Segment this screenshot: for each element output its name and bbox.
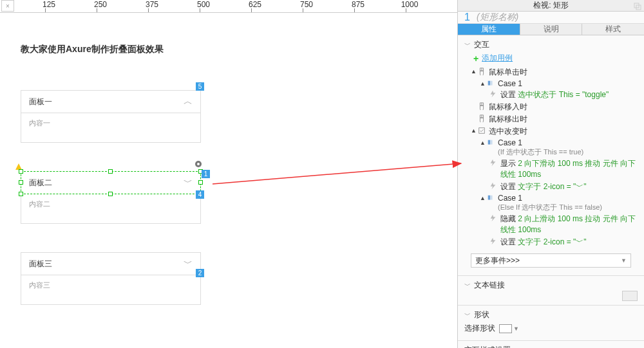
- bolt-icon: [489, 237, 498, 245]
- event-selected-change[interactable]: ▲ 选中改变时: [471, 125, 638, 138]
- svg-point-2: [197, 163, 200, 165]
- chevron-down-icon: ﹀: [184, 258, 193, 270]
- selection-handle[interactable]: [198, 180, 203, 185]
- widget-name-field[interactable]: 1 (矩形名称): [458, 12, 644, 24]
- plus-icon: +: [473, 53, 478, 64]
- case-icon: [486, 139, 495, 147]
- chevron-up-icon: ︿: [184, 96, 193, 107]
- accordion-panel-3[interactable]: 面板三 ﹀ 内容三: [21, 252, 201, 305]
- footnote-badge-5: 5: [196, 82, 204, 91]
- ruler-tick: 875: [348, 0, 368, 9]
- panel-1-body[interactable]: 内容一: [21, 113, 201, 143]
- ruler-tick: 500: [194, 0, 213, 9]
- footnote-badge-4: 4: [196, 190, 204, 199]
- footnote-badge-2: 2: [196, 269, 204, 277]
- section-shape-header[interactable]: ﹀形状: [464, 309, 638, 320]
- selection-handle[interactable]: [19, 180, 23, 185]
- inspector-panel: 检视: 矩形 1 (矩形名称) 属性 说明 样式 ﹀交互 + 添加用例 ▲ 鼠标…: [457, 0, 644, 348]
- ruler-tick: 250: [91, 0, 110, 9]
- panel-2-header-selected[interactable]: 面板二 ﹀: [21, 171, 201, 194]
- color-swatch[interactable]: [622, 291, 638, 301]
- bolt-icon: [489, 182, 498, 190]
- dropdown-icon: ▼: [513, 325, 519, 332]
- section-ix-style-header[interactable]: 交互样式设置: [464, 345, 638, 348]
- svg-rect-11: [488, 140, 490, 145]
- selection-handle[interactable]: [108, 169, 113, 174]
- svg-rect-10: [479, 128, 485, 134]
- panel-1-title: 面板一: [29, 96, 52, 107]
- svg-marker-17: [491, 215, 496, 221]
- accordion-panel-1[interactable]: 面板一 ︿ 内容一: [21, 90, 201, 143]
- case-icon: [486, 194, 495, 202]
- select-shape-row[interactable]: 选择形状 ▼: [464, 320, 638, 336]
- selection-handle[interactable]: [19, 192, 23, 196]
- selection-handle[interactable]: [108, 192, 113, 196]
- inspector-tabs: 属性 说明 样式: [458, 24, 644, 35]
- panel-2-title: 面板二: [29, 178, 52, 188]
- add-case-link[interactable]: + 添加用例: [464, 50, 638, 65]
- canvas-tab-close[interactable]: ×: [1, 0, 14, 12]
- case-node[interactable]: ▲ Case 1: [471, 78, 638, 89]
- accordion-panel-2[interactable]: 面板二 ﹀ 内容二: [21, 171, 201, 224]
- case-node[interactable]: ▲ Case 1(If 选中状态于 This == true): [471, 138, 638, 158]
- copy-icon[interactable]: [634, 3, 641, 10]
- svg-rect-15: [488, 196, 490, 200]
- mouse-icon: [477, 102, 486, 110]
- panel-3-title: 面板三: [29, 259, 52, 270]
- more-events-dropdown[interactable]: 更多事件>>>▼: [471, 253, 631, 268]
- tab-properties[interactable]: 属性: [458, 24, 520, 35]
- marker-icon: [15, 163, 22, 169]
- action-show[interactable]: 显示 2 向下滑动 100 ms 推动 元件 向下 线性 100ms: [471, 158, 638, 181]
- page-heading[interactable]: 教大家使用Axure制作折叠面板效果: [21, 44, 164, 55]
- section-interaction-header[interactable]: ﹀交互: [464, 39, 638, 50]
- action-hide[interactable]: 隐藏 2 向上滑动 100 ms 拉动 元件 向下 线性 100ms: [471, 213, 638, 236]
- select-icon: [477, 127, 486, 134]
- widget-name-placeholder: (矩形名称): [477, 12, 518, 23]
- ruler-tick: 625: [245, 0, 265, 9]
- chevron-down-icon: ﹀: [184, 177, 193, 188]
- selection-handle[interactable]: [19, 169, 23, 174]
- bolt-icon: [489, 159, 498, 167]
- inspector-title: 检视: 矩形: [458, 0, 644, 12]
- svg-marker-14: [491, 183, 496, 189]
- bolt-icon: [489, 214, 498, 222]
- svg-marker-18: [491, 238, 496, 244]
- event-mouseout[interactable]: 鼠标移出时: [471, 113, 638, 125]
- panel-3-body[interactable]: 内容三: [21, 275, 201, 305]
- bolt-icon: [489, 90, 498, 98]
- event-click[interactable]: ▲ 鼠标单击时: [471, 66, 638, 78]
- section-interaction: ﹀交互 + 添加用例 ▲ 鼠标单击时 ▲ Case 1 设置 选中状态于 Thi…: [458, 35, 644, 276]
- section-shape: ﹀形状 选择形状 ▼: [458, 306, 644, 341]
- svg-marker-13: [491, 160, 496, 166]
- ruler-tick: 375: [142, 0, 162, 9]
- ruler-tick: 750: [297, 0, 316, 9]
- svg-rect-16: [490, 196, 492, 200]
- panel-1-header[interactable]: 面板一 ︿: [21, 90, 201, 113]
- widget-index: 1: [464, 12, 470, 23]
- panel-2-body[interactable]: 内容二: [21, 194, 201, 224]
- svg-rect-12: [490, 140, 492, 145]
- anchor-icon: [194, 160, 202, 168]
- svg-marker-9: [491, 91, 496, 97]
- ruler-tick: 1000: [400, 0, 419, 9]
- shape-preview: [499, 324, 512, 333]
- action-set-text[interactable]: 设置 文字于 2-icon = "﹀": [471, 236, 638, 248]
- mouse-icon: [477, 114, 486, 122]
- case-icon: [486, 80, 495, 87]
- svg-rect-8: [490, 81, 492, 86]
- action-set-selected[interactable]: 设置 选中状态于 This = "toggle": [471, 89, 638, 101]
- footnote-badge-1: 1: [202, 170, 210, 178]
- mouse-icon: [477, 68, 486, 75]
- case-node[interactable]: ▲ Case 1(Else If 选中状态于 This == false): [471, 193, 638, 213]
- section-text-link[interactable]: ﹀文本链接: [458, 276, 644, 306]
- tab-notes[interactable]: 说明: [520, 24, 583, 35]
- interaction-tree: ▲ 鼠标单击时 ▲ Case 1 设置 选中状态于 This = "toggle…: [464, 65, 638, 250]
- ruler-horizontal: 125 250 375 500 625 750 875 1000: [0, 0, 457, 13]
- ruler-tick: 125: [39, 0, 59, 9]
- event-mousein[interactable]: 鼠标移入时: [471, 101, 638, 113]
- design-canvas[interactable]: 教大家使用Axure制作折叠面板效果 面板一 ︿ 内容一 5 面板二 ﹀ 内容二…: [0, 13, 457, 348]
- action-set-text[interactable]: 设置 文字于 2-icon = "﹀": [471, 181, 638, 193]
- tab-style[interactable]: 样式: [582, 24, 644, 35]
- svg-rect-7: [488, 81, 490, 86]
- panel-3-header[interactable]: 面板三 ﹀: [21, 252, 201, 275]
